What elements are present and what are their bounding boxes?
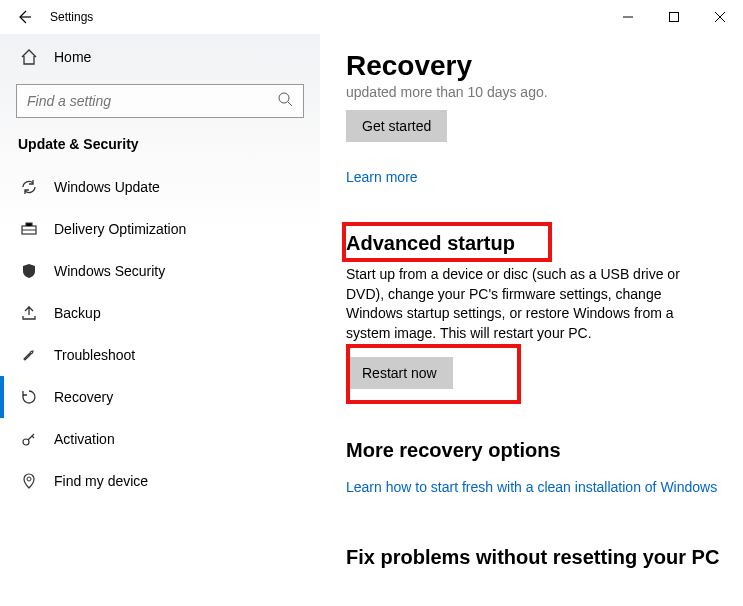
sidebar-item-windows-update[interactable]: Windows Update: [0, 166, 320, 208]
svg-rect-1: [670, 13, 679, 22]
back-button[interactable]: [16, 9, 32, 25]
page-title: Recovery: [346, 50, 743, 82]
sidebar-category: Update & Security: [0, 136, 320, 166]
start-fresh-link[interactable]: Learn how to start fresh with a clean in…: [346, 479, 717, 495]
sidebar-item-label: Find my device: [54, 473, 148, 489]
recovery-icon: [20, 388, 38, 406]
sidebar-home[interactable]: Home: [0, 38, 320, 76]
more-recovery-options-heading: More recovery options: [346, 439, 743, 462]
delivery-icon: [20, 220, 38, 238]
shield-icon: [20, 262, 38, 280]
get-started-button[interactable]: Get started: [346, 110, 447, 142]
wrench-icon: [20, 346, 38, 364]
learn-more-link[interactable]: Learn more: [346, 169, 418, 185]
sidebar: Home Update & Security Windows Update De…: [0, 34, 320, 606]
svg-line-5: [288, 102, 292, 106]
svg-point-4: [279, 93, 289, 103]
sidebar-item-backup[interactable]: Backup: [0, 292, 320, 334]
window-title: Settings: [50, 10, 93, 24]
titlebar: Settings: [0, 0, 743, 34]
reset-description-truncated: updated more than 10 days ago.: [346, 84, 743, 100]
sidebar-item-label: Activation: [54, 431, 115, 447]
close-button[interactable]: [697, 0, 743, 34]
home-icon: [20, 48, 38, 66]
advanced-startup-description: Start up from a device or disc (such as …: [346, 265, 716, 343]
sidebar-item-windows-security[interactable]: Windows Security: [0, 250, 320, 292]
fix-problems-heading: Fix problems without resetting your PC: [346, 546, 743, 569]
sidebar-home-label: Home: [54, 49, 91, 65]
sidebar-item-label: Troubleshoot: [54, 347, 135, 363]
key-icon: [20, 430, 38, 448]
sidebar-item-label: Delivery Optimization: [54, 221, 186, 237]
backup-icon: [20, 304, 38, 322]
sidebar-item-find-my-device[interactable]: Find my device: [0, 460, 320, 502]
main-panel: Recovery updated more than 10 days ago. …: [320, 34, 743, 606]
search-box[interactable]: [16, 84, 304, 118]
sidebar-item-delivery-optimization[interactable]: Delivery Optimization: [0, 208, 320, 250]
advanced-startup-heading: Advanced startup: [346, 232, 743, 255]
minimize-button[interactable]: [605, 0, 651, 34]
restart-now-button[interactable]: Restart now: [346, 357, 453, 389]
sidebar-item-label: Windows Update: [54, 179, 160, 195]
sidebar-item-activation[interactable]: Activation: [0, 418, 320, 460]
sidebar-item-label: Recovery: [54, 389, 113, 405]
svg-point-8: [27, 477, 31, 481]
sidebar-item-label: Backup: [54, 305, 101, 321]
search-icon: [277, 91, 293, 111]
maximize-button[interactable]: [651, 0, 697, 34]
sidebar-item-recovery[interactable]: Recovery: [0, 376, 320, 418]
search-input[interactable]: [27, 93, 277, 109]
sidebar-item-label: Windows Security: [54, 263, 165, 279]
sync-icon: [20, 178, 38, 196]
sidebar-item-troubleshoot[interactable]: Troubleshoot: [0, 334, 320, 376]
location-icon: [20, 472, 38, 490]
